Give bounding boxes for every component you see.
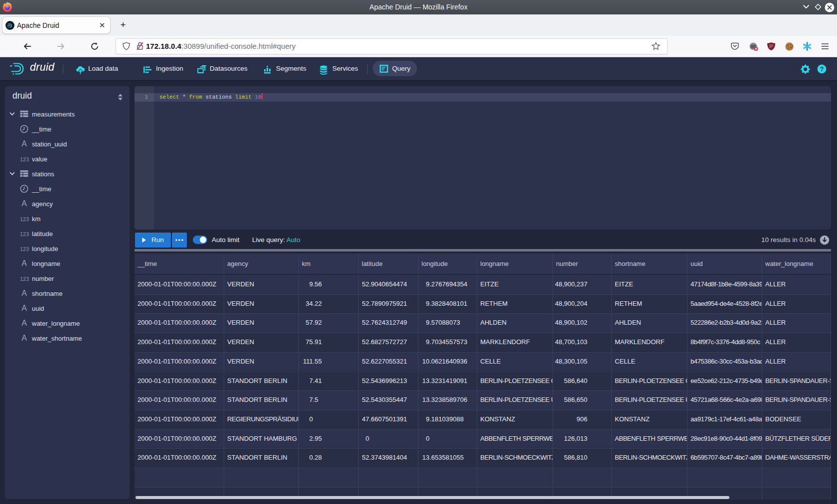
svg-text:?: ? bbox=[820, 66, 824, 73]
